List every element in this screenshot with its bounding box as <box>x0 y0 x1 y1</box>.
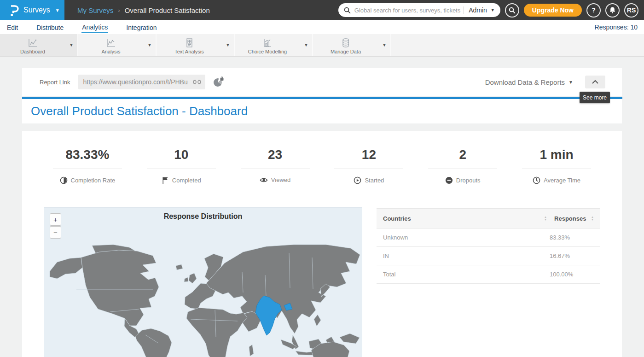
download-reports-label[interactable]: Download Data & Reports <box>485 78 565 86</box>
stats-row: 83.33% Completion Rate 10 Completed 23 <box>22 147 622 184</box>
responses-cell: 83.33% <box>550 234 594 241</box>
stat-value: 1 min <box>540 147 573 162</box>
divider <box>428 169 497 169</box>
breadcrumb-separator: › <box>118 7 120 14</box>
help-icon: ? <box>592 6 596 14</box>
tab-edit[interactable]: Edit <box>6 22 18 33</box>
toolbar-text-analysis[interactable]: Text Analysis ▼ <box>157 34 235 56</box>
responses-cell: 100.00% <box>550 271 594 278</box>
global-search[interactable]: Admin ▼ <box>338 3 500 17</box>
chevron-down-icon: ▼ <box>55 8 60 13</box>
chevron-down-icon[interactable]: ▼ <box>300 43 312 47</box>
avatar-initials: RS <box>627 6 636 14</box>
toolbar-analysis-label: Analysis <box>102 49 121 54</box>
search-button[interactable] <box>505 3 519 18</box>
world-map[interactable] <box>44 243 362 357</box>
chevron-down-icon[interactable]: ▼ <box>144 43 156 47</box>
report-link-label: Report Link <box>40 79 70 86</box>
tab-integration[interactable]: Integration <box>126 22 157 33</box>
analysis-chart-icon <box>105 38 116 48</box>
search-scope-chevron-icon[interactable]: ▼ <box>491 8 496 12</box>
report-link-field[interactable] <box>78 75 205 89</box>
chevron-up-icon <box>592 80 599 84</box>
completion-rate-icon <box>60 176 68 184</box>
stat-viewed: 23 Viewed <box>228 147 322 184</box>
chevron-down-icon[interactable]: ▼ <box>378 43 390 47</box>
text-analysis-document-icon <box>184 38 195 48</box>
divider <box>522 169 591 169</box>
table-row: IN 16.67% <box>377 247 600 265</box>
stat-label: Started <box>365 177 384 184</box>
chevron-down-icon[interactable]: ▼ <box>65 43 77 47</box>
see-more-tooltip: See more <box>580 92 610 103</box>
help-button[interactable]: ? <box>586 3 601 18</box>
collapse-header-button[interactable] <box>585 76 605 88</box>
analytics-toolbar: Dashboard ▼ Analysis ▼ Text Analysis ▼ C… <box>0 34 644 57</box>
dashboard-card: 83.33% Completion Rate 10 Completed 23 <box>22 131 622 357</box>
divider <box>53 169 122 169</box>
stat-label: Dropouts <box>456 177 481 184</box>
responses-cell: 16.67% <box>550 252 594 259</box>
breadcrumb: My Surveys › Overall Product Satisfactio… <box>77 6 210 14</box>
product-name: Surveys <box>23 6 50 14</box>
search-input[interactable] <box>354 7 461 14</box>
report-link-input[interactable] <box>83 78 192 86</box>
stat-value: 2 <box>459 147 466 162</box>
questionpro-logo-icon <box>7 4 19 17</box>
stat-completion-rate: 83.33% Completion Rate <box>41 147 134 184</box>
map-zoom-in-button[interactable]: + <box>50 213 61 226</box>
upgrade-now-button[interactable]: Upgrade Now <box>524 4 582 17</box>
map-zoom-out-button[interactable]: − <box>50 226 61 239</box>
clock-icon <box>533 176 540 184</box>
breadcrumb-my-surveys[interactable]: My Surveys <box>77 6 113 14</box>
play-icon <box>354 176 361 184</box>
choice-modelling-chart-icon <box>262 38 273 48</box>
breadcrumb-current: Overall Product Satisfaction <box>125 6 210 14</box>
stat-label: Average Time <box>544 177 580 184</box>
product-switcher[interactable]: Surveys ▼ <box>0 0 64 20</box>
toolbar-analysis[interactable]: Analysis ▼ <box>78 34 157 56</box>
table-row: Unknown 83.33% <box>377 228 600 247</box>
sort-countries-icon[interactable]: ▲▼ <box>544 216 547 221</box>
chevron-down-icon[interactable]: ▼ <box>569 80 573 85</box>
stat-dropouts: 2 Dropouts <box>416 147 510 184</box>
tab-analytics[interactable]: Analytics <box>81 22 108 33</box>
toolbar-dashboard[interactable]: Dashboard ▼ <box>0 34 78 56</box>
divider <box>334 169 403 169</box>
chevron-down-icon[interactable]: ▼ <box>222 43 234 47</box>
stat-label: Completion Rate <box>71 177 116 184</box>
top-bar: Surveys ▼ My Surveys › Overall Product S… <box>0 0 644 20</box>
map-title: Response Distribution <box>44 212 362 221</box>
download-reports: Download Data & Reports ▼ <box>485 76 605 88</box>
stat-value: 23 <box>268 147 282 162</box>
notifications-button[interactable] <box>605 3 620 18</box>
bell-icon <box>609 6 616 14</box>
database-icon <box>340 38 351 48</box>
stat-average-time: 1 min Average Time <box>510 147 603 184</box>
dashboard-chart-icon <box>27 38 38 48</box>
eye-icon <box>260 177 268 183</box>
link-icon[interactable] <box>192 79 202 85</box>
topbar-actions: Admin ▼ Upgrade Now ? RS <box>338 3 644 18</box>
stat-label: Viewed <box>271 176 290 183</box>
stat-value: 10 <box>174 147 188 162</box>
tab-distribute[interactable]: Distribute <box>36 22 64 33</box>
stat-label: Completed <box>172 177 201 184</box>
toolbar-manage-data-label: Manage Data <box>331 49 361 54</box>
avatar[interactable]: RS <box>624 3 638 18</box>
toolbar-dashboard-label: Dashboard <box>20 49 45 54</box>
stat-value: 12 <box>362 147 376 162</box>
toolbar-manage-data[interactable]: Manage Data ▼ <box>313 34 391 56</box>
divider <box>241 169 310 169</box>
divider <box>147 169 216 169</box>
stat-completed: 10 Completed <box>134 147 228 184</box>
toolbar-choice-modelling[interactable]: Choice Modelling ▼ <box>235 34 313 56</box>
table-row: Total 100.00% <box>377 265 600 284</box>
flag-icon <box>162 176 169 184</box>
sort-responses-icon[interactable]: ▲▼ <box>591 216 594 221</box>
survey-tabs: Edit Distribute Analytics Integration Re… <box>0 20 644 34</box>
globe-lock-icon[interactable] <box>213 76 225 88</box>
search-icon <box>509 7 516 14</box>
minus-circle-icon <box>445 176 453 184</box>
table-header: Countries ▲▼ Responses ▲▼ <box>377 208 600 228</box>
